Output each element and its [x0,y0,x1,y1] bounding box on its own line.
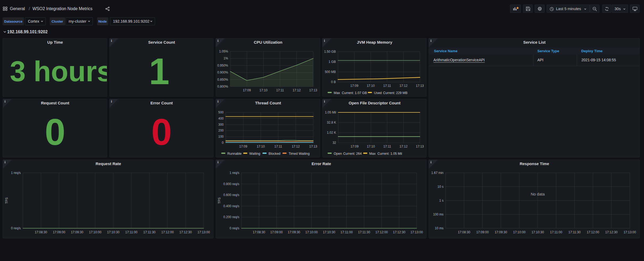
svg-text:1.02 K: 1.02 K [327,131,336,134]
svg-text:1 s: 1 s [439,199,444,202]
svg-text:17:10:30: 17:10:30 [323,230,335,234]
svg-text:17:12:30: 17:12:30 [605,230,618,234]
svg-text:17:13:00: 17:13:00 [411,230,423,234]
svg-text:Current: 1.05 Mil: Current: 1.05 Mil [377,152,402,156]
svg-text:17:11: 17:11 [383,145,391,148]
svg-text:1.67 min: 1.67 min [431,171,444,175]
svg-text:0: 0 [222,141,224,145]
svg-text:17:09: 17:09 [243,88,251,92]
svg-text:Max: Max [369,152,375,156]
svg-text:17:09:00: 17:09:00 [53,230,65,234]
svg-text:Current: 264: Current: 264 [343,152,362,156]
svg-text:TPS: TPS [5,197,9,203]
svg-text:32.8 K: 32.8 K [327,121,336,124]
svg-text:10 ms: 10 ms [435,226,444,230]
svg-text:Current: 1.07 GB: Current: 1.07 GB [342,91,367,95]
svg-text:17:12: 17:12 [293,88,301,92]
svg-text:Max: Max [334,91,340,95]
svg-text:0.400 req/s: 0.400 req/s [223,204,239,208]
svg-text:TPS: TPS [218,197,221,203]
svg-text:1 GB: 1 GB [328,60,336,64]
svg-text:17:10: 17:10 [260,88,267,92]
svg-text:17:12:00: 17:12:00 [375,230,388,234]
svg-text:0.800%: 0.800% [217,85,228,88]
svg-text:0.600 req/s: 0.600 req/s [223,193,239,197]
svg-text:17:13:00: 17:13:00 [198,230,210,234]
svg-text:17:11:00: 17:11:00 [550,230,562,234]
svg-text:17:11:30: 17:11:30 [568,230,581,234]
svg-text:17:09:30: 17:09:30 [495,230,507,234]
svg-text:1 req/s: 1 req/s [229,171,239,175]
svg-text:No data: No data [531,192,545,196]
svg-text:Blocked: Blocked [269,152,281,156]
svg-text:400: 400 [218,117,224,120]
svg-text:17:10: 17:10 [367,84,375,88]
svg-text:1.05 Mil: 1.05 Mil [325,111,336,114]
svg-text:0 req/s: 0 req/s [229,226,239,230]
svg-text:17:13: 17:13 [416,84,424,88]
svg-text:17:12:30: 17:12:30 [179,230,192,234]
svg-text:10 s: 10 s [437,185,444,189]
svg-text:17:10:00: 17:10:00 [89,230,102,234]
svg-text:17:09: 17:09 [350,145,358,148]
svg-text:1.05%: 1.05% [219,50,228,53]
svg-text:17:09:30: 17:09:30 [71,230,83,234]
svg-text:17:13: 17:13 [416,145,424,148]
svg-text:200: 200 [218,129,224,132]
svg-text:17:11:30: 17:11:30 [143,230,156,234]
svg-text:17:13:00: 17:13:00 [624,230,636,234]
svg-text:17:10: 17:10 [257,145,265,148]
svg-text:1 req/s: 1 req/s [11,171,21,175]
svg-text:17:11: 17:11 [274,145,282,148]
svg-text:Used: Used [374,91,382,95]
svg-text:500 MB: 500 MB [325,70,336,74]
svg-text:17:11:00: 17:11:00 [125,230,137,234]
svg-text:Current: 229 MB: Current: 229 MB [383,91,407,95]
svg-text:1%: 1% [224,56,228,60]
svg-text:17:11:00: 17:11:00 [340,230,353,234]
svg-text:0.800 req/s: 0.800 req/s [223,182,239,186]
svg-text:17:08:30: 17:08:30 [458,230,470,234]
svg-text:Runnable: Runnable [227,152,242,156]
svg-text:17:09:00: 17:09:00 [270,230,283,234]
svg-text:100: 100 [218,135,224,138]
svg-text:17:12:00: 17:12:00 [161,230,174,234]
svg-text:17:13: 17:13 [309,145,317,148]
svg-text:0 req/s: 0 req/s [11,226,21,230]
svg-text:17:08:30: 17:08:30 [253,230,265,234]
svg-text:17:12:00: 17:12:00 [587,230,599,234]
svg-text:17:10:00: 17:10:00 [513,230,526,234]
svg-text:32: 32 [332,141,336,145]
svg-text:17:12: 17:12 [292,145,300,148]
svg-text:0.950%: 0.950% [217,64,228,67]
svg-text:17:09:30: 17:09:30 [288,230,300,234]
svg-text:17:13: 17:13 [309,88,317,92]
svg-text:17:12:30: 17:12:30 [393,230,405,234]
svg-text:17:10:30: 17:10:30 [532,230,544,234]
svg-text:17:11: 17:11 [383,84,391,88]
svg-text:Timed Waiting: Timed Waiting [288,152,310,156]
svg-text:0.850%: 0.850% [217,78,228,81]
svg-text:17:10:30: 17:10:30 [107,230,120,234]
svg-text:17:09:00: 17:09:00 [476,230,489,234]
svg-text:Open: Open [334,152,342,156]
svg-text:100 ms: 100 ms [433,213,444,216]
svg-text:17:08:30: 17:08:30 [35,230,47,234]
svg-text:17:11: 17:11 [276,88,284,92]
svg-text:17:09: 17:09 [239,145,247,148]
svg-text:17:12: 17:12 [399,84,407,88]
svg-text:17:09: 17:09 [350,84,358,88]
svg-text:0 B: 0 B [331,80,336,84]
svg-text:500: 500 [218,111,224,114]
svg-text:300: 300 [218,123,224,127]
svg-text:17:11:30: 17:11:30 [358,230,370,234]
svg-text:0.900%: 0.900% [217,71,228,74]
svg-text:17:10: 17:10 [367,145,375,148]
svg-text:0.200 req/s: 0.200 req/s [223,215,239,219]
svg-text:1.50 GB: 1.50 GB [324,50,336,54]
svg-text:17:10:00: 17:10:00 [305,230,318,234]
svg-text:Waiting: Waiting [249,152,260,156]
svg-text:17:12: 17:12 [399,145,407,148]
